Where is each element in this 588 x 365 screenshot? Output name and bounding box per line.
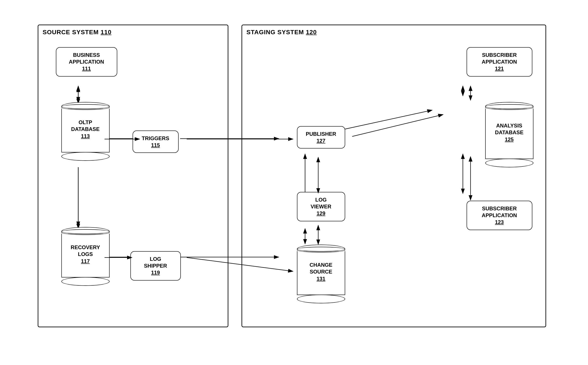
source-system-label: SOURCE SYSTEM 110	[43, 29, 112, 36]
triggers-number: 115	[138, 142, 173, 148]
source-system-box: SOURCE SYSTEM 110 BUSINESSAPPLICATION 11…	[38, 25, 228, 327]
cylinder-stripe2-oltp	[61, 104, 109, 109]
publisher-label: PUBLISHER	[303, 131, 340, 137]
log-viewer-box: LOGVIEWER 129	[297, 192, 345, 221]
change-source-cylinder: CHANGESOURCE 131	[297, 245, 345, 303]
log-shipper-number: 119	[136, 269, 175, 276]
subscriber-app-123-box: SUBSCRIBERAPPLICATION 123	[467, 201, 532, 230]
staging-system-number: 120	[306, 29, 317, 35]
cylinder-stripe2-change	[297, 247, 345, 252]
cylinder-body-oltp: OLTP DATABASE 113	[61, 109, 109, 153]
triggers-label: TRIGGERS	[138, 135, 173, 142]
oltp-database-cylinder: OLTP DATABASE 113	[61, 102, 109, 161]
cylinder-body-analysis: ANALYSISDATABASE 125	[485, 109, 533, 159]
cylinder-bottom-oltp	[61, 152, 109, 161]
log-shipper-box: LOGSHIPPER 119	[130, 251, 181, 281]
triggers-box: TRIGGERS 115	[133, 131, 179, 153]
source-system-number: 110	[101, 29, 112, 35]
recovery-logs-label: RECOVERYLOGS	[71, 244, 100, 258]
oltp-database-label: OLTP DATABASE	[64, 119, 107, 133]
log-viewer-number: 129	[303, 210, 340, 217]
oltp-database-number: 113	[64, 133, 107, 140]
subscriber-app-121-number: 121	[472, 65, 527, 72]
diagram: SOURCE SYSTEM 110 BUSINESSAPPLICATION 11…	[31, 18, 557, 347]
staging-system-label: STAGING SYSTEM 120	[246, 29, 317, 36]
publisher-box: PUBLISHER 127	[297, 126, 345, 148]
staging-system-title: STAGING SYSTEM	[246, 29, 304, 35]
cylinder-body-change: CHANGESOURCE 131	[297, 251, 345, 295]
analysis-db-cylinder: ANALYSISDATABASE 125	[485, 102, 533, 167]
publisher-number: 127	[303, 137, 340, 144]
subscriber-app-123-number: 123	[472, 219, 527, 225]
recovery-logs-cylinder: RECOVERYLOGS 117	[61, 227, 109, 286]
business-application-number: 111	[62, 65, 112, 72]
cylinder-body-recovery: RECOVERYLOGS 117	[61, 234, 109, 277]
cylinder-stripe2-recovery	[61, 229, 109, 234]
cylinder-bottom-change	[297, 295, 345, 303]
staging-system-box: STAGING SYSTEM 120 SUBSCRIBERAPPLICATION…	[241, 25, 546, 327]
cylinder-bottom-analysis	[485, 159, 533, 167]
business-application-box: BUSINESSAPPLICATION 111	[56, 47, 117, 77]
change-source-number: 131	[309, 275, 332, 282]
recovery-logs-number: 117	[71, 258, 100, 265]
subscriber-app-121-box: SUBSCRIBERAPPLICATION 121	[467, 47, 532, 77]
subscriber-app-121-label: SUBSCRIBERAPPLICATION	[472, 52, 527, 65]
analysis-db-number: 125	[495, 136, 524, 143]
analysis-db-label: ANALYSISDATABASE	[495, 122, 524, 136]
source-system-title: SOURCE SYSTEM	[43, 29, 99, 35]
change-source-label: CHANGESOURCE	[309, 261, 332, 275]
business-application-label: BUSINESSAPPLICATION	[62, 52, 112, 65]
subscriber-app-123-label: SUBSCRIBERAPPLICATION	[472, 205, 527, 219]
log-shipper-label: LOGSHIPPER	[136, 256, 175, 269]
log-viewer-label: LOGVIEWER	[303, 196, 340, 210]
cylinder-bottom-recovery	[61, 277, 109, 286]
cylinder-stripe2-analysis	[485, 104, 533, 109]
